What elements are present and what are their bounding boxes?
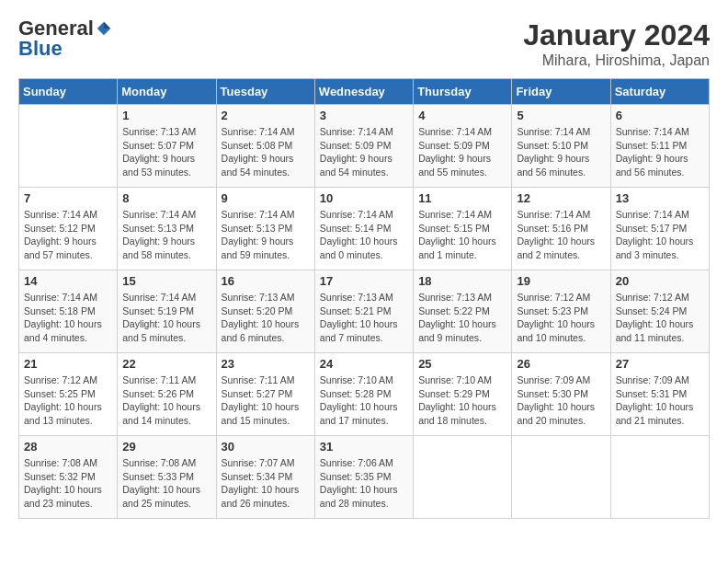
weekday-header-monday: Monday [118, 79, 216, 105]
day-number: 15 [122, 274, 210, 288]
day-info: Sunrise: 7:09 AMSunset: 5:30 PMDaylight:… [517, 373, 605, 428]
calendar-week-row: 28Sunrise: 7:08 AMSunset: 5:32 PMDayligh… [19, 436, 710, 519]
day-info: Sunrise: 7:12 AMSunset: 5:23 PMDaylight:… [517, 291, 605, 345]
day-number: 30 [222, 440, 310, 454]
calendar-cell: 19Sunrise: 7:12 AMSunset: 5:23 PMDayligh… [512, 270, 610, 353]
day-number: 24 [320, 357, 408, 371]
day-number: 29 [122, 440, 210, 454]
calendar-week-row: 7Sunrise: 7:14 AMSunset: 5:12 PMDaylight… [19, 188, 710, 270]
calendar-cell: 28Sunrise: 7:08 AMSunset: 5:32 PMDayligh… [19, 436, 118, 519]
day-info: Sunrise: 7:11 AMSunset: 5:27 PMDaylight:… [222, 373, 310, 428]
day-number: 13 [616, 191, 704, 205]
day-info: Sunrise: 7:12 AMSunset: 5:24 PMDaylight:… [616, 291, 704, 345]
calendar-cell: 7Sunrise: 7:14 AMSunset: 5:12 PMDaylight… [19, 188, 118, 270]
day-info: Sunrise: 7:14 AMSunset: 5:19 PMDaylight:… [122, 291, 210, 345]
calendar-cell: 31Sunrise: 7:06 AMSunset: 5:35 PMDayligh… [314, 436, 413, 519]
calendar-cell: 6Sunrise: 7:14 AMSunset: 5:11 PMDaylight… [610, 105, 709, 188]
calendar-cell [414, 436, 512, 519]
calendar-cell: 13Sunrise: 7:14 AMSunset: 5:17 PMDayligh… [610, 188, 709, 270]
calendar-cell: 29Sunrise: 7:08 AMSunset: 5:33 PMDayligh… [118, 436, 216, 519]
calendar-cell: 30Sunrise: 7:07 AMSunset: 5:34 PMDayligh… [216, 436, 314, 519]
calendar-cell [19, 105, 118, 188]
weekday-header-saturday: Saturday [610, 79, 709, 105]
logo-general: General [18, 18, 94, 39]
calendar-cell: 20Sunrise: 7:12 AMSunset: 5:24 PMDayligh… [610, 270, 709, 353]
day-number: 9 [222, 191, 310, 205]
day-info: Sunrise: 7:10 AMSunset: 5:29 PMDaylight:… [418, 373, 506, 428]
day-info: Sunrise: 7:14 AMSunset: 5:09 PMDaylight:… [320, 125, 408, 179]
day-number: 23 [222, 357, 310, 371]
day-number: 31 [320, 440, 408, 454]
day-info: Sunrise: 7:08 AMSunset: 5:33 PMDaylight:… [122, 456, 210, 511]
calendar-cell: 21Sunrise: 7:12 AMSunset: 5:25 PMDayligh… [19, 353, 118, 436]
day-info: Sunrise: 7:06 AMSunset: 5:35 PMDaylight:… [320, 456, 408, 511]
day-number: 7 [24, 191, 112, 205]
calendar-cell: 2Sunrise: 7:14 AMSunset: 5:08 PMDaylight… [216, 105, 314, 188]
svg-marker-1 [104, 22, 110, 29]
calendar-cell: 16Sunrise: 7:13 AMSunset: 5:20 PMDayligh… [216, 270, 314, 353]
day-info: Sunrise: 7:14 AMSunset: 5:13 PMDaylight:… [122, 208, 210, 262]
day-number: 6 [616, 109, 704, 122]
calendar-cell: 12Sunrise: 7:14 AMSunset: 5:16 PMDayligh… [512, 188, 610, 270]
day-info: Sunrise: 7:14 AMSunset: 5:09 PMDaylight:… [418, 125, 506, 179]
day-number: 25 [418, 357, 506, 371]
day-number: 26 [517, 357, 605, 371]
calendar-table: SundayMondayTuesdayWednesdayThursdayFrid… [18, 78, 710, 519]
day-number: 11 [418, 191, 506, 205]
calendar-week-row: 1Sunrise: 7:13 AMSunset: 5:07 PMDaylight… [19, 105, 710, 188]
day-number: 8 [122, 191, 210, 205]
weekday-header-tuesday: Tuesday [216, 79, 314, 105]
day-info: Sunrise: 7:14 AMSunset: 5:18 PMDaylight:… [24, 291, 112, 345]
calendar-cell [512, 436, 610, 519]
header: General Blue January 2024 Mihara, Hirosh… [18, 18, 710, 69]
day-info: Sunrise: 7:12 AMSunset: 5:25 PMDaylight:… [24, 373, 112, 428]
weekday-header-thursday: Thursday [414, 79, 512, 105]
weekday-header-sunday: Sunday [19, 79, 118, 105]
day-info: Sunrise: 7:11 AMSunset: 5:26 PMDaylight:… [122, 373, 210, 428]
day-info: Sunrise: 7:14 AMSunset: 5:14 PMDaylight:… [320, 208, 408, 262]
calendar-cell: 26Sunrise: 7:09 AMSunset: 5:30 PMDayligh… [512, 353, 610, 436]
day-info: Sunrise: 7:13 AMSunset: 5:22 PMDaylight:… [418, 291, 506, 345]
day-number: 18 [418, 274, 506, 288]
logo-icon [96, 20, 112, 37]
day-number: 14 [24, 274, 112, 288]
day-info: Sunrise: 7:10 AMSunset: 5:28 PMDaylight:… [320, 373, 408, 428]
calendar-cell: 1Sunrise: 7:13 AMSunset: 5:07 PMDaylight… [118, 105, 216, 188]
day-info: Sunrise: 7:14 AMSunset: 5:15 PMDaylight:… [418, 208, 506, 262]
day-info: Sunrise: 7:13 AMSunset: 5:20 PMDaylight:… [222, 291, 310, 345]
day-info: Sunrise: 7:14 AMSunset: 5:08 PMDaylight:… [222, 125, 310, 179]
calendar-cell: 10Sunrise: 7:14 AMSunset: 5:14 PMDayligh… [314, 188, 413, 270]
calendar-cell: 24Sunrise: 7:10 AMSunset: 5:28 PMDayligh… [314, 353, 413, 436]
calendar-cell: 8Sunrise: 7:14 AMSunset: 5:13 PMDaylight… [118, 188, 216, 270]
calendar-cell: 11Sunrise: 7:14 AMSunset: 5:15 PMDayligh… [414, 188, 512, 270]
day-info: Sunrise: 7:14 AMSunset: 5:17 PMDaylight:… [616, 208, 704, 262]
day-number: 1 [122, 109, 210, 122]
day-number: 5 [517, 109, 605, 122]
weekday-header-row: SundayMondayTuesdayWednesdayThursdayFrid… [19, 79, 710, 105]
day-info: Sunrise: 7:09 AMSunset: 5:31 PMDaylight:… [616, 373, 704, 428]
day-number: 28 [24, 440, 112, 454]
day-number: 3 [320, 109, 408, 122]
day-number: 22 [122, 357, 210, 371]
calendar-cell: 25Sunrise: 7:10 AMSunset: 5:29 PMDayligh… [414, 353, 512, 436]
calendar-week-row: 14Sunrise: 7:14 AMSunset: 5:18 PMDayligh… [19, 270, 710, 353]
day-number: 4 [418, 109, 506, 122]
day-number: 27 [616, 357, 704, 371]
calendar-cell: 3Sunrise: 7:14 AMSunset: 5:09 PMDaylight… [314, 105, 413, 188]
day-info: Sunrise: 7:13 AMSunset: 5:21 PMDaylight:… [320, 291, 408, 345]
logo: General Blue [18, 18, 112, 59]
day-number: 2 [222, 109, 310, 122]
calendar-cell: 15Sunrise: 7:14 AMSunset: 5:19 PMDayligh… [118, 270, 216, 353]
calendar-cell: 5Sunrise: 7:14 AMSunset: 5:10 PMDaylight… [512, 105, 610, 188]
day-info: Sunrise: 7:08 AMSunset: 5:32 PMDaylight:… [24, 456, 112, 511]
calendar-week-row: 21Sunrise: 7:12 AMSunset: 5:25 PMDayligh… [19, 353, 710, 436]
day-number: 12 [517, 191, 605, 205]
calendar-cell: 14Sunrise: 7:14 AMSunset: 5:18 PMDayligh… [19, 270, 118, 353]
calendar-cell: 27Sunrise: 7:09 AMSunset: 5:31 PMDayligh… [610, 353, 709, 436]
day-info: Sunrise: 7:14 AMSunset: 5:10 PMDaylight:… [517, 125, 605, 179]
title-area: January 2024 Mihara, Hiroshima, Japan [523, 18, 710, 69]
day-number: 21 [24, 357, 112, 371]
day-info: Sunrise: 7:14 AMSunset: 5:13 PMDaylight:… [222, 208, 310, 262]
day-info: Sunrise: 7:14 AMSunset: 5:11 PMDaylight:… [616, 125, 704, 179]
calendar-cell: 18Sunrise: 7:13 AMSunset: 5:22 PMDayligh… [414, 270, 512, 353]
